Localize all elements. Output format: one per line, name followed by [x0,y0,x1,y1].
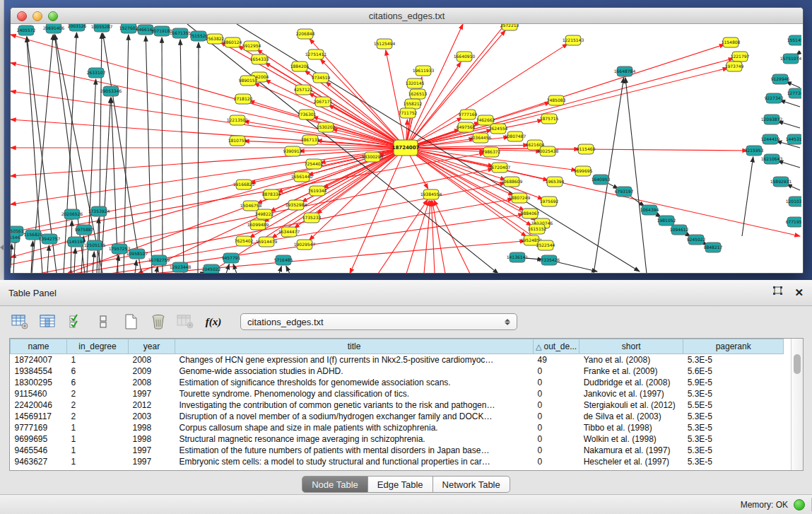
network-node[interactable]: 1221797 [731,52,750,62]
delete-table-button[interactable] [175,313,196,331]
tab-node-table[interactable]: Node Table [302,476,368,493]
network-node[interactable]: 20691406 [43,24,65,33]
network-node[interactable]: 7619344 [308,186,327,196]
table-row[interactable]: 1456911722003Disruption of a novel membe… [11,411,784,422]
network-node[interactable]: 1626513 [408,89,428,99]
network-window[interactable]: citations_edges.txt 24055722069140620031… [10,7,804,274]
network-node[interactable]: 1277345 [787,88,801,98]
network-node[interactable]: 1654333 [250,54,269,64]
memory-status-indicator[interactable] [794,499,805,510]
network-node[interactable]: 12923448 [170,262,192,272]
network-node[interactable]: 4257122 [294,85,313,95]
network-node[interactable]: 6497568 [457,122,476,132]
network-node[interactable]: 10807487 [505,132,526,141]
network-node[interactable]: 5912954 [242,41,261,51]
network-node[interactable]: 9227343 [765,93,784,103]
network-node[interactable]: 9884067 [521,209,540,218]
network-node[interactable]: 19384554 [420,189,442,199]
table-row[interactable]: 946554611997Estimation of the future num… [11,445,784,456]
table-row[interactable]: 1872400712008Changes of HCN gene express… [11,354,784,366]
network-node[interactable]: 2718120 [234,94,253,104]
network-node[interactable]: 12213501 [227,115,249,125]
network-node[interactable]: 1975692 [540,197,559,206]
column-select-button[interactable] [37,313,59,331]
network-node[interactable]: 1527602 [119,24,139,33]
network-node[interactable]: 1810755 [228,136,247,146]
network-node[interactable]: 19029547 [294,240,316,250]
network-node[interactable]: 1735233 [302,213,322,223]
column-header-year[interactable]: year [129,339,175,354]
network-node[interactable]: 8848217 [704,243,723,252]
network-node[interactable]: 7986372 [482,147,501,157]
scrollbar-thumb[interactable] [794,354,801,374]
minimize-window-button[interactable] [33,11,42,21]
table-row[interactable]: 969969511998Structural magnetic resonanc… [11,433,784,445]
close-window-button[interactable] [17,11,27,21]
network-node[interactable]: 7711752 [399,108,418,118]
close-panel-button[interactable]: ✕ [794,288,804,298]
network-node[interactable]: 1244419 [761,134,780,144]
network-node[interactable]: 18300295 [362,152,384,162]
network-node[interactable]: 17335426 [539,255,560,265]
network-node[interactable]: 18807249 [509,193,531,203]
network-node[interactable]: 10958107 [126,249,148,259]
column-header-out_de[interactable]: △out_de... [534,339,579,354]
network-node[interactable]: 1981052 [657,216,676,226]
network-node[interactable]: 18724007 [392,140,420,156]
network-node[interactable]: 15125494 [374,39,396,49]
network-node[interactable]: 1965394 [546,177,565,187]
table-row[interactable]: 2242004622012Investigating the contribut… [11,399,784,411]
network-node[interactable]: 16914479 [256,237,278,247]
network-node[interactable]: 9390913 [283,146,302,156]
network-node[interactable]: 2522544 [536,240,555,250]
network-node[interactable]: 12505135 [84,240,106,250]
network-node[interactable]: 1558212 [404,99,423,109]
network-node[interactable]: 1064394 [640,205,659,215]
network-node[interactable]: 16671355 [170,28,192,38]
network-node[interactable]: 8878334 [262,189,281,199]
network-node[interactable]: 19166825 [233,180,255,189]
network-node[interactable]: 1973749 [725,62,744,71]
network-node[interactable]: 9457791 [222,253,241,263]
network-node[interactable]: 3624554 [489,124,508,134]
network-node[interactable]: 1445313 [786,134,801,144]
column-header-in_degree[interactable]: in_degree [67,339,129,354]
network-node[interactable]: 1530202 [317,122,336,132]
network-node[interactable]: 391546 [11,233,20,243]
network-node[interactable]: 7625402 [235,236,254,246]
network-node[interactable]: 10688609 [501,177,523,187]
column-header-title[interactable]: title [175,339,534,354]
network-node[interactable]: 12093872 [761,115,783,124]
network-node[interactable]: 9699695 [574,166,593,176]
network-node[interactable]: 17353924 [88,206,110,216]
network-node[interactable]: 16210643 [761,154,783,164]
network-node[interactable]: 29053346 [100,86,122,96]
network-node[interactable]: 19611933 [413,66,435,76]
network-node[interactable]: 16344477 [278,227,300,237]
network-node[interactable]: 3498222 [255,209,274,219]
table-row[interactable]: 977716911998Corpus callosum shape and si… [11,422,784,433]
create-column-button[interactable] [120,313,141,331]
float-panel-button[interactable] [772,286,783,299]
network-node[interactable]: 9115460 [577,144,596,154]
network-node[interactable]: 9129946 [771,74,790,84]
network-node[interactable]: 3867131 [301,135,320,145]
network-node[interactable]: 2633107 [87,68,106,78]
network-node[interactable]: 10055287 [91,24,113,32]
network-node[interactable]: 1154808 [722,37,741,47]
network-node[interactable]: 8860124 [223,37,242,47]
network-node[interactable]: 9777169 [459,110,478,119]
network-node[interactable]: 19352984 [286,200,307,210]
network-node[interactable]: 1551454 [787,35,801,45]
column-header-short[interactable]: short [579,339,683,354]
function-builder-button[interactable]: f(x) [203,313,224,331]
network-node[interactable]: 1615152 [528,224,547,234]
network-node[interactable]: 1640953 [592,175,611,185]
network-node[interactable]: 7485083 [547,95,566,105]
network-node[interactable]: 15892931 [770,177,792,187]
network-node[interactable]: 16640910 [454,52,476,62]
network-node[interactable]: 12215143 [563,35,584,45]
network-canvas[interactable]: 2405572206914062003126100552871527602646… [11,24,801,273]
network-node[interactable]: 16720407 [489,163,511,173]
network-node[interactable]: 6771954 [786,217,801,227]
